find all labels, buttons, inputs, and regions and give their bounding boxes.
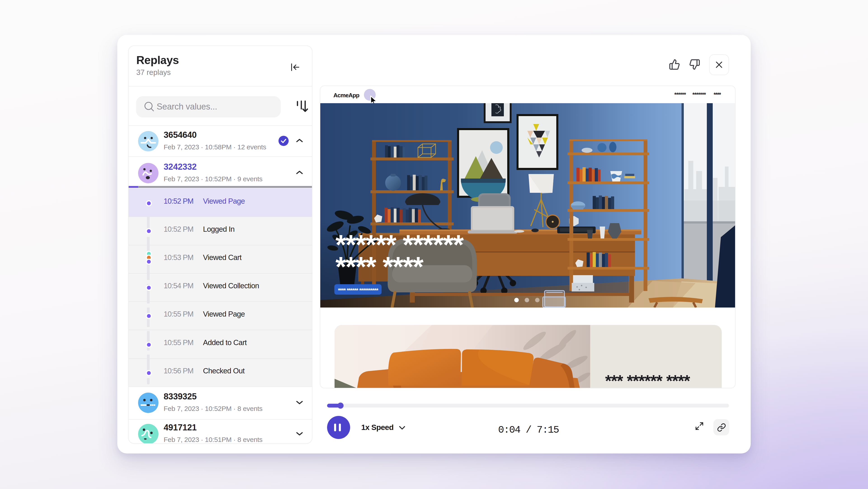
svg-text:**** ****: **** **** (336, 251, 424, 282)
svg-text:**** ****** **********: **** ****** ********** (338, 287, 379, 294)
